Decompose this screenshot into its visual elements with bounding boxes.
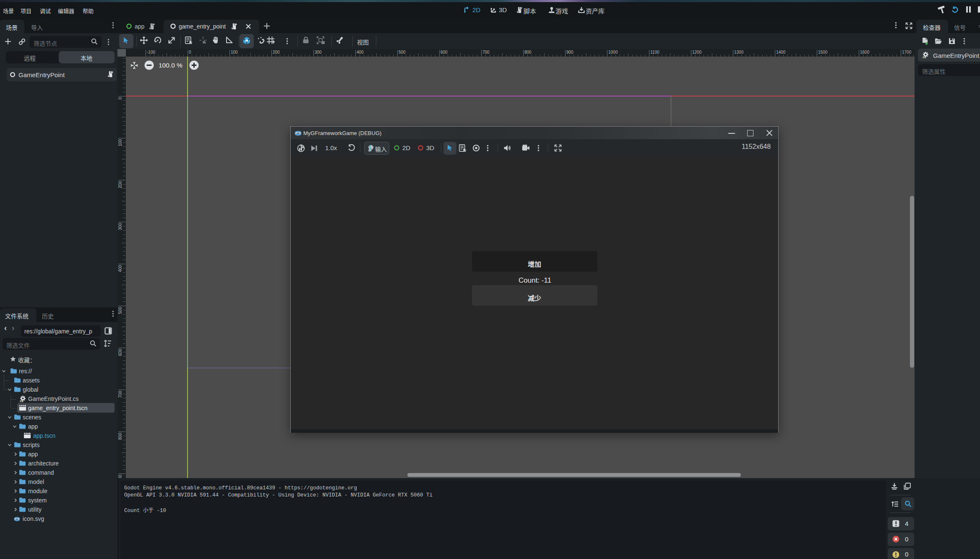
svg-text:cs: cs	[923, 55, 926, 58]
svg-text:cs: cs	[20, 399, 23, 402]
